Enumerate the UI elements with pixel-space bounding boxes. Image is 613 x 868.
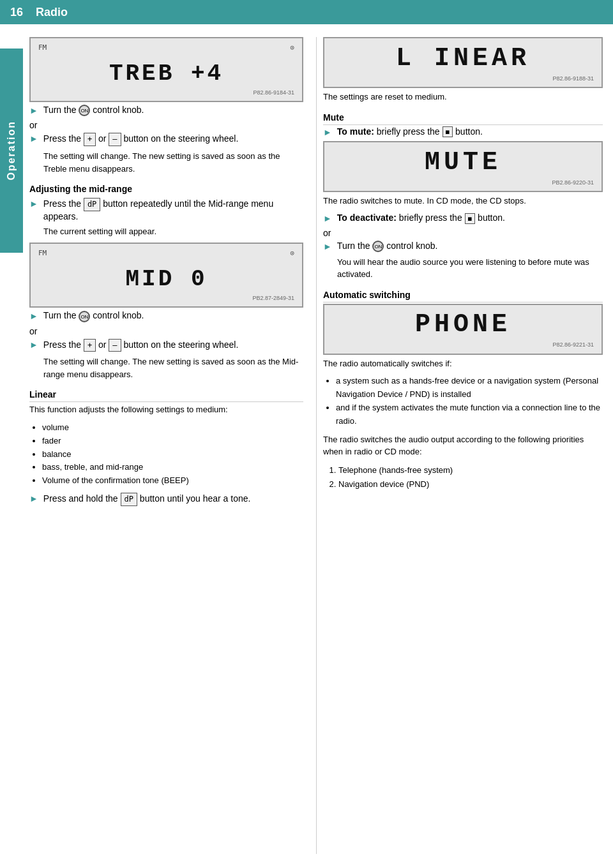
knob-icon-1: ON [79,105,90,116]
screen2-main-text: MID 0 [38,266,294,292]
side-tab: Operation [0,49,23,253]
auto-bullets: a system such as a hands-free device or … [336,375,603,428]
main-content: FM ⊙ TREB +4 P82.86-9184-31 ► Turn the O… [23,24,613,867]
linear-heading: Linear [29,389,303,402]
press-hold-text: Press and hold the dP button until you h… [43,493,251,506]
treb-screen: FM ⊙ TREB +4 P82.86-9184-31 [29,37,303,102]
linear-screen: L INEAR P82.86-9188-31 [323,37,603,88]
page-number: 16 [10,6,23,19]
minus-btn-1: — [109,133,121,146]
screen2-clock-icon: ⊙ [290,249,294,257]
auto-numbered-list: Telephone (hands-free system) Navigation… [338,463,603,491]
mute-fig-num: PB2.86-9220-31 [332,179,594,186]
arrow-icon-7: ► [323,127,332,137]
page-title: Radio [36,6,68,19]
arrow-icon-3: ► [29,198,38,209]
mute-desc-text: The radio switches to mute. In CD mode, … [323,195,603,207]
turn-knob-text-3: Turn the ON control knob. [337,241,438,252]
listen-text: You will hear the audio source you were … [337,256,603,281]
reset-text: The settings are reset to medium. [323,91,603,103]
mute-btn-1: ◼ [443,126,453,137]
arrow-icon-6: ► [29,493,38,504]
mute-btn-2: ◼ [465,213,476,224]
arrow-icon-5: ► [29,340,38,350]
auto-outro-text: The radio switches the audio output acco… [323,433,603,458]
to-deactivate-bold: To deactivate: [337,213,397,223]
setting-note-1: The setting will change. The new setting… [43,150,303,175]
arrow-icon-8: ► [323,213,332,223]
knob-icon-2: ON [79,311,90,322]
to-deactivate-text: To deactivate: briefly press the ◼ butto… [337,213,505,224]
press-hold-dp-instruction: ► Press and hold the dP button until you… [29,493,303,506]
minus-btn-2: — [109,339,121,352]
phone-screen: PHONE P82.86-9221-31 [323,304,603,355]
auto-bullet-2: and if the system activates the mute fun… [336,401,603,428]
to-mute-text: To mute: briefly press the ◼ button. [337,126,483,138]
press-dp-text: Press the dP button repeatedly until the… [43,198,303,221]
screen2-fm-label: FM [38,249,47,257]
auto-bullet-1: a system such as a hands-free device or … [336,375,603,401]
header-bar: 16 Radio [0,0,613,24]
or-3: or [323,228,603,238]
linear-fig-num: P82.86-9188-31 [332,75,594,82]
turn-knob-instruction-2: ► Turn the ON control knob. [29,310,303,322]
screen1-fig-num: P82.86-9184-31 [38,89,294,96]
phone-fig-num: P82.86-9221-31 [332,341,594,348]
mute-heading: Mute [323,112,603,125]
turn-knob-instruction-1: ► Turn the ON control knob. [29,105,303,116]
turn-knob-instruction-3: ► Turn the ON control knob. [323,241,603,252]
left-column: FM ⊙ TREB +4 P82.86-9184-31 ► Turn the O… [29,37,316,854]
side-tab-label: Operation [6,121,17,181]
arrow-icon-2: ► [29,133,38,144]
to-deactivate-instruction: ► To deactivate: briefly press the ◼ but… [323,213,603,224]
auto-numbered-1: Telephone (hands-free system) [338,463,603,477]
knob-icon-3: ON [372,241,384,252]
or-1: or [29,120,303,130]
setting-note-2: The setting will change. The new setting… [43,355,303,380]
screen1-main-text: TREB +4 [38,61,294,87]
or-2: or [29,326,303,336]
auto-numbered-2: Navigation device (PND) [338,477,603,491]
bullet-beep: Volume of the confirmation tone (BEEP) [42,474,303,488]
mute-screen-text: MUTE [332,148,594,177]
press-dp-instruction: ► Press the dP button repeatedly until t… [29,198,303,221]
mid-range-heading: Adjusting the mid-range [29,184,303,194]
press-pm-text-2: Press the + or — button on the steering … [43,339,238,352]
auto-intro-text: The radio automatically switches if: [323,357,603,370]
arrow-icon-4: ► [29,311,38,321]
turn-knob-text-1: Turn the ON control knob. [43,105,144,116]
current-setting-text: The current setting will appear. [43,225,303,238]
side-column: Operation [0,24,23,867]
bullet-bass: bass, treble, and mid-range [42,461,303,474]
screen1-fm-label: FM [38,43,47,52]
bullet-volume: volume [42,421,303,435]
bullet-fader: fader [42,435,303,448]
screen2-fig-num: PB2.87-2849-31 [38,295,294,301]
linear-bullets: volume fader balance bass, treble, and m… [42,421,303,488]
arrow-icon-9: ► [323,241,332,251]
linear-screen-text: L INEAR [332,44,594,73]
to-mute-instruction: ► To mute: briefly press the ◼ button. [323,126,603,138]
arrow-icon-1: ► [29,105,38,116]
mute-screen: MUTE PB2.86-9220-31 [323,141,603,192]
dp-btn-1: dP [84,198,100,211]
right-column: L INEAR P82.86-9188-31 The settings are … [316,37,603,854]
plus-btn-2: + [84,339,96,352]
press-pm-text-1: Press the + or — button on the steering … [43,133,238,146]
screen1-clock-icon: ⊙ [290,43,294,52]
auto-switching-heading: Automatic switching [323,290,603,303]
linear-intro-text: This function adjusts the following sett… [29,403,303,416]
mid-screen: FM ⊙ MID 0 PB2.87-2849-31 [29,243,303,308]
turn-knob-text-2: Turn the ON control knob. [43,310,144,322]
to-mute-bold: To mute: [337,126,374,137]
dp-btn-2: dP [121,493,137,506]
press-pm-instruction-1: ► Press the + or — button on the steerin… [29,133,303,146]
press-pm-instruction-2: ► Press the + or — button on the steerin… [29,339,303,352]
phone-screen-text: PHONE [332,310,594,339]
plus-btn-1: + [84,133,96,146]
bullet-balance: balance [42,448,303,461]
